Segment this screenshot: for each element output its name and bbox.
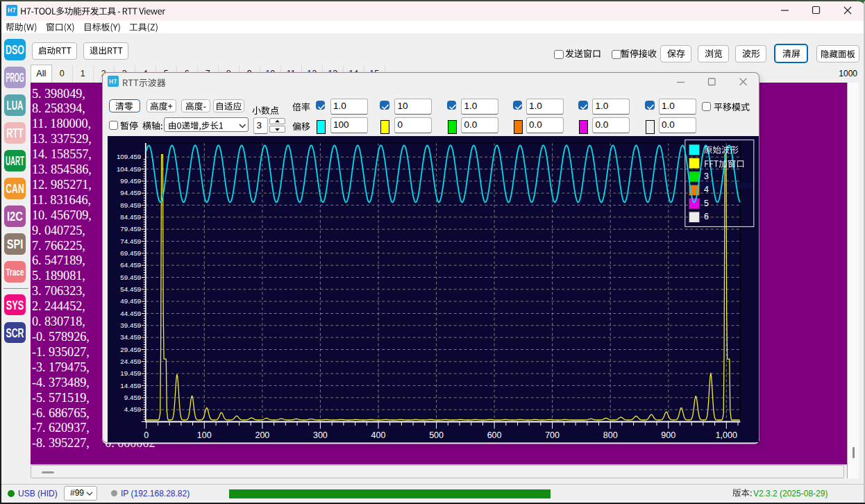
svg-text:79.459: 79.459 — [120, 225, 141, 233]
svg-text:UART: UART — [6, 154, 24, 168]
svg-text:99.459: 99.459 — [120, 177, 141, 185]
svg-text:100: 100 — [197, 430, 212, 440]
svg-text:84.459: 84.459 — [120, 213, 141, 221]
svg-text:34.459: 34.459 — [120, 333, 141, 341]
svg-text:800: 800 — [603, 430, 617, 440]
svg-text:0: 0 — [144, 430, 149, 440]
svg-text:39.459: 39.459 — [120, 321, 141, 329]
svg-text:59.459: 59.459 — [120, 274, 141, 281]
svg-text:54.459: 54.459 — [120, 285, 141, 293]
svg-text:74.459: 74.459 — [120, 237, 141, 245]
svg-text:Trace: Trace — [6, 266, 24, 278]
svg-text:LUA: LUA — [7, 99, 24, 112]
svg-text:109.459: 109.459 — [117, 153, 141, 160]
svg-text:SYS: SYS — [6, 298, 24, 312]
svg-text:89.459: 89.459 — [120, 201, 141, 209]
svg-text:49.459: 49.459 — [120, 297, 141, 305]
svg-text:600: 600 — [487, 430, 501, 440]
svg-text:CAN: CAN — [6, 182, 24, 196]
svg-text:200: 200 — [255, 430, 269, 440]
svg-text:700: 700 — [545, 430, 560, 440]
svg-text:24.459: 24.459 — [120, 358, 141, 365]
svg-text:29.459: 29.459 — [120, 346, 141, 353]
svg-text:9.459: 9.459 — [124, 394, 141, 401]
svg-text:900: 900 — [661, 430, 675, 440]
svg-text:I2C: I2C — [7, 210, 23, 224]
svg-text:19.459: 19.459 — [120, 369, 141, 377]
svg-text:300: 300 — [313, 430, 328, 440]
svg-text:64.459: 64.459 — [120, 261, 141, 269]
svg-text:94.459: 94.459 — [120, 189, 141, 196]
svg-text:104.459: 104.459 — [117, 165, 141, 173]
svg-text:400: 400 — [371, 430, 385, 440]
svg-text:14.459: 14.459 — [120, 382, 141, 389]
svg-text:PROG: PROG — [6, 71, 24, 85]
svg-text:44.459: 44.459 — [120, 310, 141, 317]
svg-text:SCR: SCR — [6, 326, 24, 339]
svg-text:RTT: RTT — [6, 126, 24, 140]
svg-text:DSO: DSO — [6, 43, 24, 57]
svg-text:1,000: 1,000 — [715, 430, 737, 440]
svg-text:4.459: 4.459 — [124, 405, 141, 413]
svg-text:500: 500 — [429, 430, 444, 440]
svg-text:SPI: SPI — [7, 237, 24, 251]
svg-text:69.459: 69.459 — [120, 249, 141, 257]
